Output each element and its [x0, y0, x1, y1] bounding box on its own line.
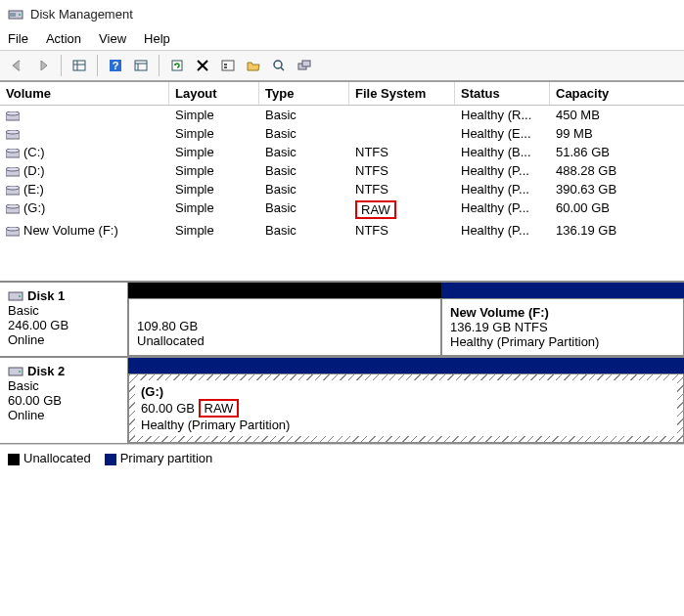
- col-filesystem[interactable]: File System: [349, 82, 455, 105]
- col-capacity[interactable]: Capacity: [550, 82, 672, 105]
- table-row[interactable]: (D:)SimpleBasicNTFSHealthy (P...488.28 G…: [0, 161, 684, 180]
- svg-point-24: [6, 149, 20, 153]
- svg-line-16: [281, 67, 284, 70]
- open-folder-button[interactable]: [242, 54, 265, 77]
- disk1-vol-title: New Volume (F:): [450, 305, 675, 320]
- cell-type: Basic: [259, 124, 349, 143]
- cell-capacity: 60.00 GB: [550, 198, 672, 221]
- svg-rect-1: [10, 13, 16, 17]
- svg-rect-18: [302, 61, 310, 66]
- cell-status: Healthy (B...: [455, 143, 550, 161]
- cell-filesystem: [349, 106, 455, 124]
- disk2-name: Disk 2: [27, 364, 65, 378]
- cell-status: Healthy (E...: [455, 124, 550, 143]
- col-volume[interactable]: Volume: [0, 82, 169, 105]
- volume-table-header: Volume Layout Type File System Status Ca…: [0, 81, 684, 106]
- properties-button[interactable]: [129, 54, 153, 77]
- cell-status: Healthy (P...: [455, 180, 550, 198]
- cell-capacity: 450 MB: [550, 106, 672, 124]
- disk2-vol-line3: Healthy (Primary Partition): [141, 418, 671, 432]
- svg-text:?: ?: [113, 60, 119, 71]
- cell-status: Healthy (R...: [455, 106, 550, 124]
- disk-row-1: Disk 1 Basic 246.00 GB Online 109.80 GB …: [0, 282, 684, 357]
- svg-rect-12: [222, 61, 234, 70]
- disk1-vol-line2: 136.19 GB NTFS: [450, 320, 675, 334]
- help-button[interactable]: ?: [104, 54, 127, 77]
- disk2-vol-line2: 60.00 GB RAW: [141, 399, 671, 418]
- disk2-volume-g-chunk[interactable]: (G:) 60.00 GB RAW Healthy (Primary Parti…: [128, 374, 684, 443]
- cell-capacity: 51.86 GB: [550, 143, 672, 161]
- refresh-button[interactable]: [165, 54, 189, 77]
- find-button[interactable]: [267, 54, 291, 77]
- menu-view[interactable]: View: [99, 31, 126, 46]
- titlebar: Disk Management: [0, 0, 684, 27]
- toolbar-separator: [61, 55, 62, 76]
- menu-action[interactable]: Action: [46, 31, 81, 46]
- disk1-size: 246.00 GB: [8, 318, 119, 332]
- disk1-volume-f-chunk[interactable]: New Volume (F:) 136.19 GB NTFS Healthy (…: [441, 298, 684, 356]
- swatch-black: [8, 454, 20, 465]
- svg-rect-3: [73, 61, 85, 70]
- disk1-label[interactable]: Disk 1 Basic 246.00 GB Online: [0, 283, 128, 356]
- cell-volume: [0, 106, 169, 124]
- cell-filesystem: NTFS: [349, 143, 455, 161]
- svg-point-36: [19, 371, 21, 373]
- disk2-primary-colorbar: [128, 358, 684, 374]
- menu-help[interactable]: Help: [144, 31, 170, 46]
- table-row[interactable]: SimpleBasicHealthy (R...450 MB: [0, 106, 684, 124]
- col-type[interactable]: Type: [259, 82, 349, 105]
- cell-type: Basic: [259, 198, 349, 221]
- svg-rect-8: [135, 61, 147, 70]
- cell-filesystem: RAW: [349, 198, 455, 221]
- cell-volume: (E:): [0, 180, 169, 198]
- menubar: File Action View Help: [0, 27, 684, 50]
- cell-status: Healthy (P...: [455, 198, 550, 221]
- disk1-state: Online: [8, 332, 119, 347]
- col-status[interactable]: Status: [455, 82, 550, 105]
- toolbar-separator: [97, 55, 98, 76]
- table-row[interactable]: New Volume (F:)SimpleBasicNTFSHealthy (P…: [0, 221, 684, 240]
- table-row[interactable]: (C:)SimpleBasicNTFSHealthy (B...51.86 GB: [0, 143, 684, 161]
- rescan-disks-button[interactable]: [293, 54, 316, 77]
- disk-graphical-pane: Disk 1 Basic 246.00 GB Online 109.80 GB …: [0, 281, 684, 444]
- disk1-unalloc-label: Unallocated: [137, 333, 433, 348]
- disk-row-2: Disk 2 Basic 60.00 GB Online (G:) 60.00 …: [0, 357, 684, 444]
- toolbar-separator: [159, 55, 160, 76]
- table-row[interactable]: (E:)SimpleBasicNTFSHealthy (P...390.63 G…: [0, 180, 684, 198]
- forward-button[interactable]: [31, 54, 55, 77]
- cell-layout: Simple: [169, 161, 259, 180]
- toolbar: ?: [0, 50, 684, 81]
- menu-file[interactable]: File: [8, 31, 28, 46]
- disk2-label[interactable]: Disk 2 Basic 60.00 GB Online: [0, 358, 128, 443]
- cell-layout: Simple: [169, 124, 259, 143]
- disk2-state: Online: [8, 408, 119, 422]
- col-layout[interactable]: Layout: [169, 82, 259, 105]
- cell-type: Basic: [259, 221, 349, 240]
- cell-type: Basic: [259, 161, 349, 180]
- delete-button[interactable]: [191, 54, 214, 77]
- cell-layout: Simple: [169, 106, 259, 124]
- table-row[interactable]: SimpleBasicHealthy (E...99 MB: [0, 124, 684, 143]
- show-hide-tree-button[interactable]: [68, 54, 91, 77]
- cell-type: Basic: [259, 106, 349, 124]
- svg-point-2: [19, 14, 21, 16]
- cell-filesystem: [349, 124, 455, 143]
- back-button[interactable]: [6, 54, 29, 77]
- legend-primary: Primary partition: [105, 451, 213, 465]
- disk1-type: Basic: [8, 303, 119, 318]
- disk2-size: 60.00 GB: [8, 393, 119, 408]
- cell-layout: Simple: [169, 198, 259, 221]
- cell-filesystem: NTFS: [349, 180, 455, 198]
- cell-status: Healthy (P...: [455, 161, 550, 180]
- app-icon: [8, 6, 23, 22]
- svg-point-15: [274, 61, 282, 68]
- legend-unallocated: Unallocated: [8, 451, 91, 465]
- svg-point-20: [6, 111, 20, 115]
- cell-capacity: 488.28 GB: [550, 161, 672, 180]
- disk2-vol-title: (G:): [141, 384, 671, 399]
- disk1-primary-colorbar: [441, 283, 684, 298]
- settings-button[interactable]: [216, 54, 240, 77]
- svg-point-34: [19, 295, 21, 297]
- disk1-unallocated-chunk[interactable]: 109.80 GB Unallocated: [128, 298, 441, 356]
- table-row[interactable]: (G:)SimpleBasicRAWHealthy (P...60.00 GB: [0, 198, 684, 221]
